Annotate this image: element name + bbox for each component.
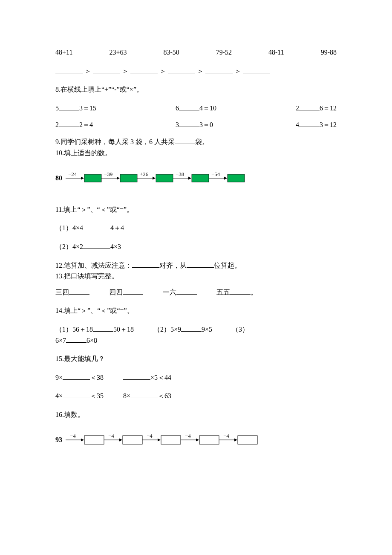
gt: ＞ xyxy=(234,67,241,75)
answer-box[interactable] xyxy=(156,174,173,182)
blank[interactable] xyxy=(205,66,233,73)
seg: −54 xyxy=(209,171,245,182)
seg: −4 xyxy=(181,433,219,444)
q14-line2: 6×76×8 xyxy=(55,335,337,346)
q7-order-line: ＞ ＞ ＞ ＞ ＞ xyxy=(55,66,337,77)
chain-diagram-green: 80 −24 −39 +26 +38 xyxy=(55,167,256,188)
q8-row2: 22＝4 33＝0 43＝12 xyxy=(55,119,337,130)
blank[interactable] xyxy=(93,66,120,73)
worksheet-page: 48+11 23+63 83-50 79-52 48-11 99-88 ＞ ＞ … xyxy=(0,0,392,555)
blank[interactable] xyxy=(299,103,320,110)
blank[interactable] xyxy=(168,66,195,73)
expr-1: 48+11 xyxy=(55,47,72,58)
gt: ＞ xyxy=(122,67,129,75)
gt: ＞ xyxy=(159,67,166,75)
blank[interactable] xyxy=(179,103,199,110)
blank[interactable] xyxy=(187,260,214,268)
expr-2: 23+63 xyxy=(109,47,127,58)
svg-text:−4: −4 xyxy=(223,433,229,439)
svg-text:−24: −24 xyxy=(68,171,77,177)
answer-box[interactable] xyxy=(161,436,181,444)
blank[interactable] xyxy=(176,287,197,295)
seg: −4 xyxy=(142,433,181,444)
q10-prompt: 10.填上适当的数。 xyxy=(55,147,337,159)
expr-6: 99-88 xyxy=(321,47,337,58)
svg-text:−4: −4 xyxy=(147,433,153,439)
q15-prompt: 15.最大能填几？ xyxy=(55,353,337,364)
q15-r2: 4×＜35 8×＜63 xyxy=(55,390,337,402)
svg-text:+26: +26 xyxy=(140,171,149,177)
q8-eq: 22＝4 xyxy=(55,119,93,130)
svg-text:−4: −4 xyxy=(70,433,76,439)
blank[interactable] xyxy=(63,373,90,380)
answer-box[interactable] xyxy=(238,436,257,444)
q10-diagram: 80 −24 −39 +26 +38 xyxy=(55,167,337,191)
expr-5: 48-11 xyxy=(268,47,284,58)
q14-prompt: 14.填上“＞”、“＜”或“=”。 xyxy=(55,305,337,316)
svg-text:−39: −39 xyxy=(104,171,112,177)
q16-prompt: 16.填数。 xyxy=(55,409,337,420)
q14-line: （1）56＋1850＋18 （2）5×99×5 （3） xyxy=(55,324,337,335)
seg: +38 xyxy=(173,171,209,182)
seg: −4 xyxy=(66,433,104,444)
blank[interactable] xyxy=(230,287,251,295)
expr-3: 83-50 xyxy=(163,47,179,58)
blank[interactable] xyxy=(179,120,199,127)
blank[interactable] xyxy=(59,103,79,110)
q7-expressions: 48+11 23+63 83-50 79-52 48-11 99-88 xyxy=(55,47,337,58)
blank[interactable] xyxy=(69,287,89,295)
q8-prompt: 8.在横线上填上“+”“-”或“×”。 xyxy=(55,84,337,95)
blank[interactable] xyxy=(175,137,195,144)
q16-diagram: 93 −4 −4 −4 −4 − xyxy=(55,428,337,453)
blank[interactable] xyxy=(123,373,150,380)
q11-prompt: 11.填上“＞”、“＜”或“=”。 xyxy=(55,204,337,215)
svg-text:−4: −4 xyxy=(108,433,114,439)
answer-box[interactable] xyxy=(123,436,142,444)
blank[interactable] xyxy=(181,324,202,332)
q8-eq: 33＝0 xyxy=(176,119,213,130)
start-value: 93 xyxy=(55,436,62,443)
q13-prompt: 13.把口诀填写完整。 xyxy=(55,271,337,282)
expr-4: 79-52 xyxy=(216,47,232,58)
seg: −4 xyxy=(219,433,257,444)
blank[interactable] xyxy=(66,335,86,343)
chain-diagram-empty: 93 −4 −4 −4 −4 − xyxy=(55,428,294,450)
blank[interactable] xyxy=(55,66,83,73)
q8-row1: 53＝15 64＝10 26＝12 xyxy=(55,103,337,114)
blank[interactable] xyxy=(132,260,159,268)
blank[interactable] xyxy=(299,120,320,127)
answer-box[interactable] xyxy=(192,174,209,182)
blank[interactable] xyxy=(130,391,158,398)
q13-line: 三四 四四 一六 五五。 xyxy=(55,287,337,298)
svg-text:−54: −54 xyxy=(211,171,220,177)
gt: ＞ xyxy=(197,67,204,75)
svg-text:−4: −4 xyxy=(185,433,191,439)
answer-box[interactable] xyxy=(199,436,219,444)
answer-box[interactable] xyxy=(84,436,104,444)
q15-r1: 9×＜38 ×5＜44 xyxy=(55,372,337,383)
blank[interactable] xyxy=(59,120,79,127)
answer-box[interactable] xyxy=(120,174,137,182)
answer-box[interactable] xyxy=(228,174,245,182)
q8-eq: 53＝15 xyxy=(55,103,96,114)
blank[interactable] xyxy=(93,324,113,332)
start-value: 80 xyxy=(55,174,62,182)
gt: ＞ xyxy=(84,67,91,75)
seg: −39 xyxy=(101,171,137,182)
q8-eq: 26＝12 xyxy=(296,103,337,114)
q8-eq: 64＝10 xyxy=(176,103,216,114)
blank[interactable] xyxy=(83,223,110,230)
blank[interactable] xyxy=(63,391,90,398)
blank[interactable] xyxy=(83,242,110,249)
q11-line2: （2）4×24×3 xyxy=(55,241,337,252)
seg: −24 xyxy=(66,171,101,182)
seg: +26 xyxy=(137,171,173,182)
answer-box[interactable] xyxy=(84,174,101,182)
q8-eq: 43＝12 xyxy=(296,119,337,130)
q11-line1: （1）4×44＋4 xyxy=(55,223,337,234)
q9-line: 9.同学们采树种，每人采 3 袋，6 人共采袋。 xyxy=(55,136,337,147)
blank[interactable] xyxy=(123,287,143,295)
q12-line: 12.笔算加、减法应注意：对齐，从位算起。 xyxy=(55,260,337,271)
blank[interactable] xyxy=(243,66,270,73)
blank[interactable] xyxy=(130,66,158,73)
